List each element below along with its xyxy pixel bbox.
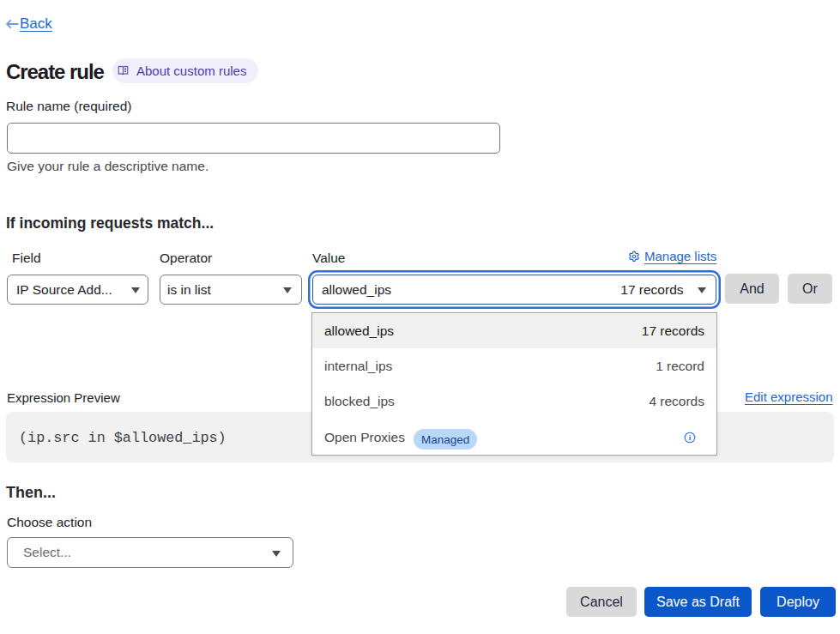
svg-text:i: i <box>688 433 691 442</box>
